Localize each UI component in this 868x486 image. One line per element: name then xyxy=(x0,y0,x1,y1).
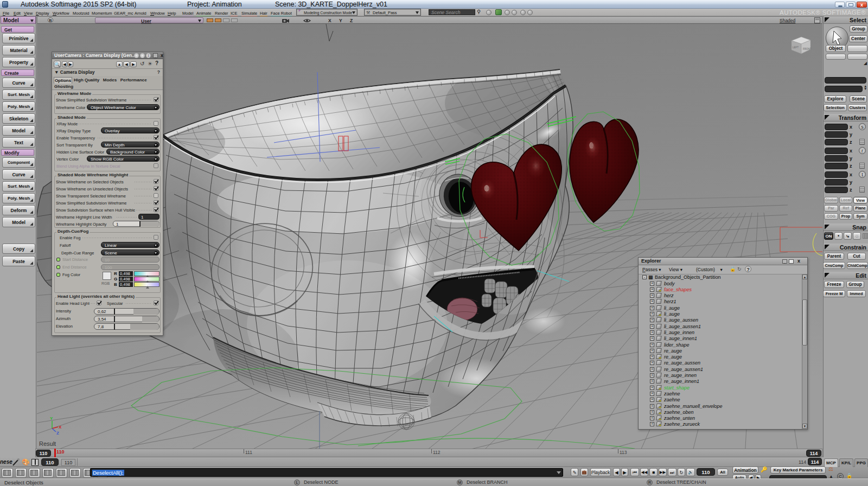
svg-text:Z: Z xyxy=(56,431,59,436)
svg-text:FRONT: FRONT xyxy=(803,48,812,50)
svg-text:X: X xyxy=(59,425,62,430)
svg-text:LEFT: LEFT xyxy=(793,46,799,49)
svg-text:Y: Y xyxy=(50,416,53,421)
svg-text:Result: Result xyxy=(39,440,56,447)
